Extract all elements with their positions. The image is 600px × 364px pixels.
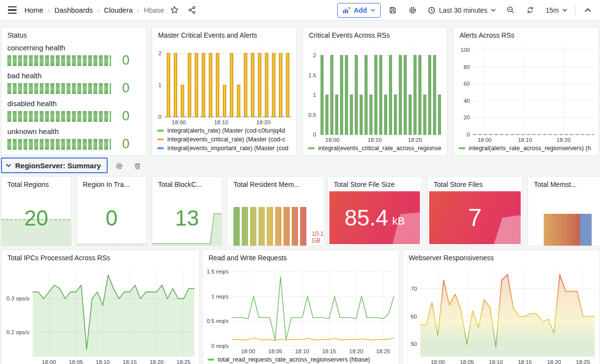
- svg-text:18:05: 18:05: [460, 359, 474, 364]
- panel-title[interactable]: Critical Events Across RSs: [303, 27, 447, 41]
- stat-body[interactable]: 7: [429, 191, 521, 244]
- sparkline: [77, 239, 146, 246]
- svg-text:18:00: 18:00: [241, 348, 255, 354]
- collapse-toolbar-caret-up-icon[interactable]: [580, 3, 595, 18]
- ipc-chart[interactable]: 0.3 ops/s0.2 ops/s18:0018:0518:1018:1518…: [1, 264, 199, 364]
- panel-title[interactable]: Total Memst...: [528, 177, 600, 190]
- panel-title[interactable]: Region In Tra...: [77, 177, 146, 190]
- breadcrumb-cloudera[interactable]: Cloudera: [104, 6, 133, 14]
- panel-read-write-requests: Read and Write Requests 0 req/s0.5 req/s…: [202, 250, 399, 364]
- stat-body[interactable]: 0: [77, 190, 146, 246]
- bar-chart-plus-icon: [343, 6, 350, 14]
- chevron-down-icon: [370, 8, 375, 12]
- panel-total-ipcs: Total IPCs Processed Across RSs 0.3 ops/…: [1, 250, 200, 364]
- legend-item[interactable]: total_read_requests_rate_across_regionse…: [208, 356, 394, 363]
- panel-title[interactable]: Total Resident Mem...: [228, 177, 324, 190]
- legend: integral(alerts_rate) (Master (cod-c0tun…: [152, 127, 296, 155]
- panel-title[interactable]: Master Critical Events and Alerts: [152, 27, 296, 41]
- gauge-bar: [7, 111, 111, 122]
- alerts-chart[interactable]: 02040608010018:0018:1018:20: [454, 41, 599, 144]
- stat-body[interactable]: 10.1 GB: [228, 190, 324, 246]
- stat-value: 10.1 GB: [312, 230, 324, 244]
- svg-text:1: 1: [159, 82, 162, 88]
- master-events-chart[interactable]: 01218:0018:1018:20: [152, 41, 296, 127]
- row-title: RegionServer: Summary: [15, 161, 101, 170]
- panel-title[interactable]: Total Store File Size: [328, 177, 421, 190]
- breadcrumb-separator: ›: [137, 6, 139, 14]
- stat-body[interactable]: 85.4 kB: [329, 191, 420, 244]
- svg-text:2: 2: [159, 50, 162, 56]
- panel-title[interactable]: Webserver Responsiveness: [403, 250, 600, 264]
- save-dashboard-icon[interactable]: [386, 3, 400, 18]
- svg-text:1: 1: [313, 92, 316, 98]
- svg-text:18:00: 18:00: [478, 137, 492, 143]
- panel-title[interactable]: Total IPCs Processed Across RSs: [1, 250, 199, 264]
- legend-label: total_read_requests_rate_across_regionse…: [218, 356, 370, 363]
- add-panel-button[interactable]: Add: [337, 3, 381, 18]
- row-delete-trash-icon[interactable]: [131, 159, 144, 172]
- legend-item[interactable]: integral(events_critical_rate_across_reg…: [308, 145, 442, 152]
- legend-label: integral(events_critical_rate) (Master (…: [167, 136, 285, 143]
- legend-swatch: [157, 130, 164, 132]
- refresh-icon[interactable]: [523, 3, 538, 18]
- svg-text:2: 2: [313, 52, 316, 58]
- svg-text:18:10: 18:10: [214, 119, 228, 125]
- svg-text:0.5: 0.5: [308, 112, 316, 117]
- time-range-picker[interactable]: Last 30 minutes: [425, 3, 499, 18]
- svg-text:1.5: 1.5: [308, 72, 316, 78]
- stat-unit: kB: [392, 215, 405, 228]
- gauge-label: disabled health: [7, 99, 140, 108]
- svg-text:0 req/s: 0 req/s: [211, 343, 229, 349]
- panel-title[interactable]: Total Regions: [1, 177, 71, 190]
- panel-total-blockcache: Total BlockC... 13: [152, 176, 222, 246]
- panel-title[interactable]: Status: [1, 27, 146, 41]
- stat-body[interactable]: 18:00: [528, 190, 600, 246]
- stat-body[interactable]: 13: [152, 190, 222, 246]
- legend-item[interactable]: integral(events_important_rate) (Master …: [157, 145, 291, 152]
- svg-text:18:05: 18:05: [69, 359, 83, 364]
- panel-title[interactable]: Alerts Across RSs: [454, 27, 599, 41]
- read-write-chart[interactable]: 0 req/s0.5 req/s1 req/s1.5 req/s18:0018:…: [203, 264, 399, 356]
- stat-body[interactable]: 20: [1, 190, 71, 246]
- svg-text:18:10: 18:10: [518, 137, 532, 143]
- critical-events-chart[interactable]: 00.511.5218:0018:1018:20: [303, 41, 447, 144]
- panel-master-critical-events: Master Critical Events and Alerts 01218:…: [152, 27, 297, 156]
- panel-title[interactable]: Read and Write Requests: [203, 250, 399, 264]
- breadcrumb-separator: ›: [97, 6, 100, 14]
- svg-text:80: 80: [463, 64, 470, 70]
- row-settings-gear-icon[interactable]: [113, 159, 125, 172]
- legend-swatch: [157, 147, 164, 149]
- favorite-star-icon[interactable]: [167, 3, 182, 18]
- zoom-out-icon[interactable]: [504, 3, 518, 18]
- legend: integral(alerts_rate_across_regionserver…: [454, 144, 599, 155]
- legend-label: integral(alerts_rate) (Master (cod-c0tun…: [167, 127, 285, 134]
- panel-total-memstore: Total Memst... 18:00: [528, 176, 600, 246]
- panel-title[interactable]: Total Store Files: [428, 177, 522, 190]
- gauge-disabled-health: disabled health 0: [7, 99, 140, 123]
- legend-item[interactable]: integral(alerts_rate) (Master (cod-c0tun…: [157, 127, 291, 134]
- legend-item[interactable]: integral(events_critical_rate) (Master (…: [157, 136, 291, 143]
- gauge-value: 0: [111, 137, 140, 151]
- svg-text:0: 0: [313, 132, 316, 137]
- share-icon[interactable]: [185, 3, 200, 18]
- panel-alerts-rs: Alerts Across RSs 02040608010018:0018:10…: [453, 27, 599, 156]
- panel-status: Status concerning health 0 bad health 0 …: [1, 27, 147, 156]
- stat-value: 7: [468, 205, 482, 230]
- breadcrumb-hbase[interactable]: Hbase: [144, 6, 164, 14]
- breadcrumb-home[interactable]: Home: [24, 6, 44, 14]
- legend-item[interactable]: integral(alerts_rate_across_regionserver…: [459, 145, 594, 152]
- svg-text:100: 100: [461, 47, 470, 53]
- webserver-chart[interactable]: 50607018:0018:0518:1018:1518:2018:25: [403, 264, 600, 364]
- dashboard-settings-gear-icon[interactable]: [405, 3, 420, 18]
- menu-toggle-icon[interactable]: [5, 3, 20, 18]
- grafana-dashboard: Home › Dashboards › Cloudera › Hbase: [0, 0, 600, 364]
- legend-label: integral(alerts_rate_across_regionserver…: [469, 145, 591, 152]
- stat-value: 20: [24, 207, 48, 229]
- svg-text:18:00: 18:00: [431, 359, 445, 364]
- chevron-down-icon: [6, 163, 11, 167]
- dashboard-body: Status concerning health 0 bad health 0 …: [0, 21, 600, 364]
- refresh-interval-picker[interactable]: 15m: [543, 3, 570, 18]
- row-header-regionserver-summary[interactable]: RegionServer: Summary: [1, 158, 108, 173]
- breadcrumb-dashboards[interactable]: Dashboards: [54, 6, 92, 14]
- panel-title[interactable]: Total BlockC...: [152, 177, 222, 190]
